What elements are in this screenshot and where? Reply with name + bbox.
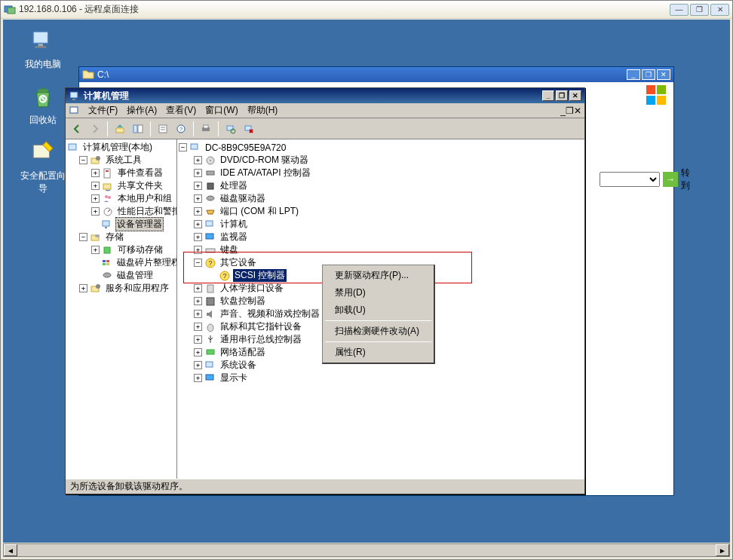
tree-services[interactable]: +服务和应用程序 <box>67 282 175 295</box>
svg-point-49 <box>103 273 111 277</box>
ctx-update-driver[interactable]: 更新驱动程序(P)... <box>324 267 432 284</box>
rdp-title: 192.168.0.106 - 远程桌面连接 <box>19 3 668 16</box>
tree-devmgr[interactable]: 设备管理器 <box>67 218 175 231</box>
device-tree[interactable]: −DC-8B9C95E9A720 +DVD/CD-ROM 驱动器 +IDE AT… <box>177 139 584 479</box>
dev-diskdrives[interactable]: +磁盘驱动器 <box>179 192 583 205</box>
dev-keyboard[interactable]: +键盘 <box>179 243 583 256</box>
mmc-titlebar[interactable]: 计算机管理 _ ❐ ✕ <box>66 88 584 103</box>
menu-file[interactable]: 文件(F) <box>84 103 122 118</box>
mmc-close-button[interactable]: ✕ <box>569 90 581 101</box>
tree-removable[interactable]: +可移动存储 <box>67 243 175 256</box>
tree-systools[interactable]: −系统工具 <box>67 154 175 167</box>
svg-rect-2 <box>33 32 48 43</box>
explorer-min-button[interactable]: _ <box>627 69 640 80</box>
maximize-button[interactable]: ❐ <box>690 4 709 16</box>
menu-window[interactable]: 窗口(W) <box>201 103 242 118</box>
svg-rect-56 <box>207 183 213 189</box>
scroll-right-button[interactable]: ► <box>716 544 729 556</box>
minimize-button[interactable]: — <box>670 4 689 16</box>
explorer-title: C:\ <box>97 69 625 80</box>
explorer-close-button[interactable]: ✕ <box>657 69 670 80</box>
ctx-scan[interactable]: 扫描检测硬件改动(A) <box>324 323 432 340</box>
dev-cpu[interactable]: +处理器 <box>179 179 583 192</box>
tree-root[interactable]: 计算机管理(本地) <box>67 141 175 154</box>
menu-help[interactable]: 帮助(H) <box>243 103 283 118</box>
scroll-left-button[interactable]: ◄ <box>4 544 17 556</box>
svg-rect-14 <box>70 107 78 113</box>
folder-icon <box>82 69 94 81</box>
svg-rect-17 <box>138 125 143 133</box>
dev-computer[interactable]: +计算机 <box>179 218 583 231</box>
dev-dvd[interactable]: +DVD/CD-ROM 驱动器 <box>179 154 583 167</box>
svg-rect-24 <box>204 125 208 128</box>
svg-rect-65 <box>207 285 213 292</box>
recyclebin-icon[interactable]: 回收站 <box>17 84 69 127</box>
mmc-doc-icon <box>69 105 81 117</box>
tree-localusers[interactable]: +本地用户和组 <box>67 192 175 205</box>
rdp-titlebar[interactable]: 192.168.0.106 - 远程桌面连接 — ❐ ✕ <box>1 1 732 19</box>
tree-perflogs[interactable]: +性能日志和警报 <box>67 205 175 218</box>
svg-rect-47 <box>103 263 106 265</box>
mycomputer-label: 我的电脑 <box>17 58 69 71</box>
context-menu: 更新驱动程序(P)... 禁用(D) 卸载(U) 扫描检测硬件改动(A) 属性(… <box>322 265 435 364</box>
mdi-restore-button[interactable]: ❐ <box>566 106 574 116</box>
ctx-separator <box>325 341 431 342</box>
dev-display[interactable]: +显示卡 <box>179 372 583 384</box>
forward-button[interactable] <box>87 121 103 137</box>
close-button[interactable]: ✕ <box>710 4 729 16</box>
dev-monitor[interactable]: +监视器 <box>179 231 583 243</box>
mmc-statusbar: 为所选设备卸载该驱动程序。 <box>66 479 584 494</box>
separator <box>107 121 108 136</box>
securitywizard-icon[interactable]: 安全配置向导 <box>17 140 69 195</box>
status-text: 为所选设备卸载该驱动程序。 <box>70 480 188 493</box>
svg-rect-3 <box>38 44 43 46</box>
mdi-close-button[interactable]: ✕ <box>574 106 581 116</box>
tree-defrag[interactable]: 磁盘碎片整理程序 <box>67 256 175 269</box>
dev-ports[interactable]: +端口 (COM 和 LPT) <box>179 205 583 218</box>
up-button[interactable] <box>112 121 128 137</box>
tree-storage[interactable]: −存储 <box>67 231 175 243</box>
mdi-min-button[interactable]: _ <box>560 106 566 116</box>
uninstall-button[interactable] <box>241 121 257 137</box>
mmc-min-button[interactable]: _ <box>542 90 554 101</box>
mycomputer-icon[interactable]: 我的电脑 <box>17 29 69 71</box>
ctx-uninstall[interactable]: 卸载(U) <box>324 301 432 319</box>
menu-view[interactable]: 查看(V) <box>161 103 201 118</box>
svg-rect-8 <box>646 85 655 94</box>
scroll-thumb[interactable] <box>17 544 716 556</box>
ctx-disable[interactable]: 禁用(D) <box>324 284 432 301</box>
recyclebin-label: 回收站 <box>17 114 69 127</box>
tree-sharedfolders[interactable]: +共享文件夹 <box>67 179 175 192</box>
mmc-nav-tree[interactable]: 计算机管理(本地) −系统工具 +事件查看器 +共享文件夹 +本地用户和组 +性… <box>66 139 177 479</box>
properties-button[interactable] <box>155 121 171 137</box>
print-button[interactable] <box>198 121 214 137</box>
tree-diskmgmt[interactable]: 磁盘管理 <box>67 269 175 282</box>
svg-rect-69 <box>206 362 213 367</box>
explorer-titlebar[interactable]: C:\ _ ❐ ✕ <box>79 67 673 82</box>
mmc-max-button[interactable]: ❐ <box>556 90 568 101</box>
show-hide-button[interactable] <box>130 121 146 137</box>
dev-host[interactable]: −DC-8B9C95E9A720 <box>179 141 583 154</box>
go-label: 转到 <box>681 167 698 192</box>
svg-rect-55 <box>207 171 214 175</box>
svg-point-43 <box>95 234 100 237</box>
svg-rect-1 <box>8 8 15 14</box>
help-button[interactable]: ? <box>173 121 189 137</box>
svg-rect-44 <box>104 247 110 253</box>
menu-action[interactable]: 操作(A) <box>122 103 161 118</box>
address-dropdown[interactable] <box>600 172 660 187</box>
rdp-horizontal-scrollbar[interactable]: ◄ ► <box>3 543 730 557</box>
svg-point-57 <box>207 196 214 200</box>
explorer-max-button[interactable]: ❐ <box>642 69 655 80</box>
svg-rect-46 <box>106 260 109 262</box>
tree-evtviewer[interactable]: +事件查看器 <box>67 167 175 179</box>
svg-point-51 <box>96 284 100 289</box>
dev-ide[interactable]: +IDE ATA/ATAPI 控制器 <box>179 167 583 179</box>
securitywizard-label: 安全配置向导 <box>17 170 69 195</box>
separator <box>193 121 194 136</box>
ctx-properties[interactable]: 属性(R) <box>324 344 432 361</box>
mmc-icon <box>69 90 81 102</box>
back-button[interactable] <box>69 121 85 137</box>
scan-button[interactable] <box>222 121 239 137</box>
go-button[interactable]: → <box>663 172 678 187</box>
